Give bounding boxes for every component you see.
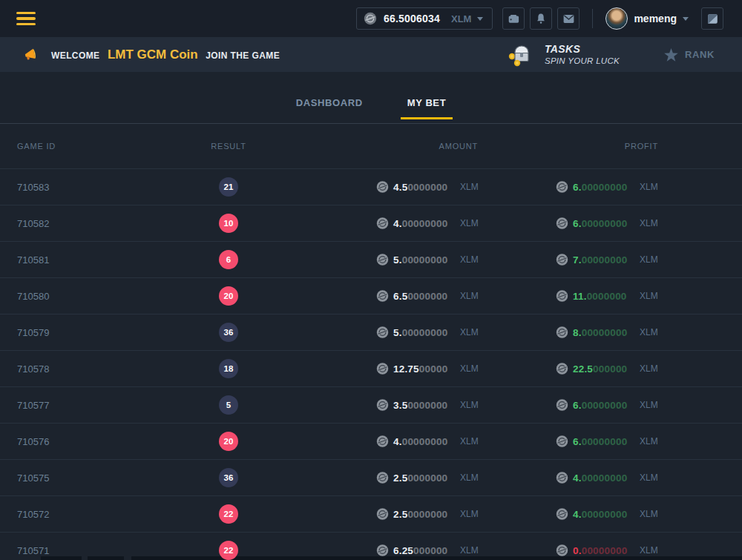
game-id: 710583 — [17, 182, 49, 193]
chat-button[interactable] — [701, 7, 723, 30]
table-header: GAME ID RESULT AMOUNT PROFIT — [0, 124, 742, 168]
chat-icon — [706, 13, 719, 25]
table-row[interactable]: 710578 18 12.7500000 XLM 22.5000000 XLM — [0, 350, 742, 386]
tab-dashboard[interactable]: DASHBOARD — [289, 97, 370, 119]
result-badge: 18 — [219, 359, 238, 378]
table-row[interactable]: 710581 6 5.00000000 XLM 7.00000000 XLM — [0, 241, 742, 277]
profit-value: 8.00000000 — [573, 327, 627, 338]
welcome-message: WELCOME LMT GCM Coin JOIN THE GAME — [51, 47, 280, 62]
xlm-coin-icon — [556, 544, 568, 557]
xlm-coin-icon — [376, 254, 389, 266]
game-id: 710578 — [17, 363, 49, 375]
top-bar: 66.5006034 XLM memeng — [0, 0, 742, 37]
xlm-coin-icon — [376, 508, 389, 521]
xlm-coin-icon — [556, 399, 568, 412]
xlm-coin-icon — [556, 435, 568, 448]
tasks-link[interactable]: TASKS SPIN YOUR LUCK — [508, 43, 620, 67]
amount-value: 2.50000000 — [393, 472, 447, 484]
amount-value: 4.00000000 — [393, 436, 447, 447]
profit-currency: XLM — [640, 254, 658, 265]
profit-value: 6.00000000 — [573, 218, 627, 229]
envelope-icon — [562, 13, 575, 24]
game-id: 710572 — [17, 509, 49, 520]
result-badge: 36 — [219, 323, 238, 342]
xlm-coin-icon — [376, 472, 389, 484]
xlm-coin-icon — [376, 217, 389, 230]
game-id: 710580 — [17, 291, 49, 302]
header-game-id: GAME ID — [17, 142, 56, 151]
result-badge: 10 — [219, 214, 238, 233]
table-row[interactable]: 710580 20 6.50000000 XLM 11.0000000 XLM — [0, 277, 742, 314]
table-row[interactable]: 710575 36 2.50000000 XLM 4.00000000 XLM — [0, 459, 742, 495]
table-row[interactable]: 710579 36 5.00000000 XLM 8.00000000 XLM — [0, 314, 742, 350]
profit-currency: XLM — [640, 545, 658, 556]
xlm-coin-icon — [556, 290, 568, 303]
xlm-coin-icon — [556, 217, 568, 230]
profit-currency: XLM — [640, 436, 658, 447]
tasks-subtitle: SPIN YOUR LUCK — [545, 56, 620, 66]
table-row[interactable]: 710582 10 4.00000000 XLM 6.00000000 XLM — [0, 205, 742, 241]
profit-value: 4.00000000 — [573, 472, 627, 484]
messages-button[interactable] — [557, 7, 580, 30]
header-amount: AMOUNT — [439, 142, 478, 151]
profit-currency: XLM — [640, 509, 658, 519]
profit-value: 7.00000000 — [573, 254, 627, 266]
result-badge: 22 — [219, 541, 238, 560]
wallet-icon — [508, 13, 520, 25]
balance-selector[interactable]: 66.5006034 XLM — [356, 7, 493, 30]
avatar — [605, 7, 628, 30]
amount-value: 3.50000000 — [393, 400, 447, 411]
header-profit: PROFIT — [625, 142, 658, 151]
profit-value: 6.00000000 — [573, 400, 627, 411]
rank-link[interactable]: RANK — [664, 48, 715, 62]
balance-currency: XLM — [451, 13, 471, 24]
amount-currency: XLM — [460, 218, 479, 228]
amount-currency: XLM — [460, 182, 479, 192]
table-row[interactable]: 710572 22 2.50000000 XLM 4.00000000 XLM — [0, 495, 742, 532]
amount-value: 4.00000000 — [393, 218, 447, 229]
welcome-prefix: WELCOME — [51, 50, 99, 61]
game-id: 710571 — [17, 545, 49, 556]
xlm-coin-icon — [556, 326, 568, 339]
result-badge: 22 — [219, 504, 238, 524]
menu-hamburger-icon[interactable] — [16, 12, 36, 26]
profit-currency: XLM — [640, 291, 658, 301]
star-icon — [664, 48, 678, 62]
divider — [592, 9, 593, 28]
user-menu[interactable]: memeng — [605, 7, 689, 30]
profit-currency: XLM — [640, 182, 658, 192]
xlm-coin-icon — [364, 12, 377, 25]
profit-value: 11.0000000 — [573, 291, 627, 302]
xlm-coin-icon — [556, 254, 568, 266]
result-badge: 6 — [219, 250, 238, 269]
result-badge: 20 — [219, 286, 238, 306]
table-row[interactable]: 710576 20 4.00000000 XLM 6.00000000 XLM — [0, 423, 742, 459]
profit-currency: XLM — [640, 400, 658, 410]
announcement-banner: WELCOME LMT GCM Coin JOIN THE GAME TASKS… — [0, 37, 742, 72]
xlm-coin-icon — [376, 544, 389, 557]
xlm-coin-icon — [376, 326, 389, 339]
amount-currency: XLM — [460, 363, 479, 374]
profit-currency: XLM — [640, 218, 658, 228]
amount-currency: XLM — [460, 254, 479, 265]
tab-bar: DASHBOARD MY BET — [0, 72, 742, 124]
result-badge: 5 — [219, 395, 238, 415]
profit-value: 6.00000000 — [573, 182, 627, 193]
table-row[interactable]: 710577 5 3.50000000 XLM 6.00000000 XLM — [0, 386, 742, 423]
xlm-coin-icon — [556, 181, 568, 194]
xlm-coin-icon — [376, 435, 389, 448]
result-badge: 21 — [219, 177, 238, 197]
balance-value: 66.5006034 — [384, 13, 440, 24]
game-id: 710575 — [17, 472, 49, 484]
amount-currency: XLM — [460, 436, 479, 447]
tab-my-bet[interactable]: MY BET — [401, 97, 453, 119]
rank-label: RANK — [685, 49, 715, 60]
wallet-button[interactable] — [502, 7, 525, 30]
xlm-coin-icon — [556, 508, 568, 521]
xlm-coin-icon — [556, 472, 568, 484]
notifications-button[interactable] — [530, 7, 552, 30]
table-row[interactable]: 710583 21 4.50000000 XLM 6.00000000 XLM — [0, 168, 742, 205]
xlm-coin-icon — [556, 363, 568, 375]
amount-value: 12.7500000 — [393, 363, 447, 375]
megaphone-icon — [23, 46, 40, 63]
